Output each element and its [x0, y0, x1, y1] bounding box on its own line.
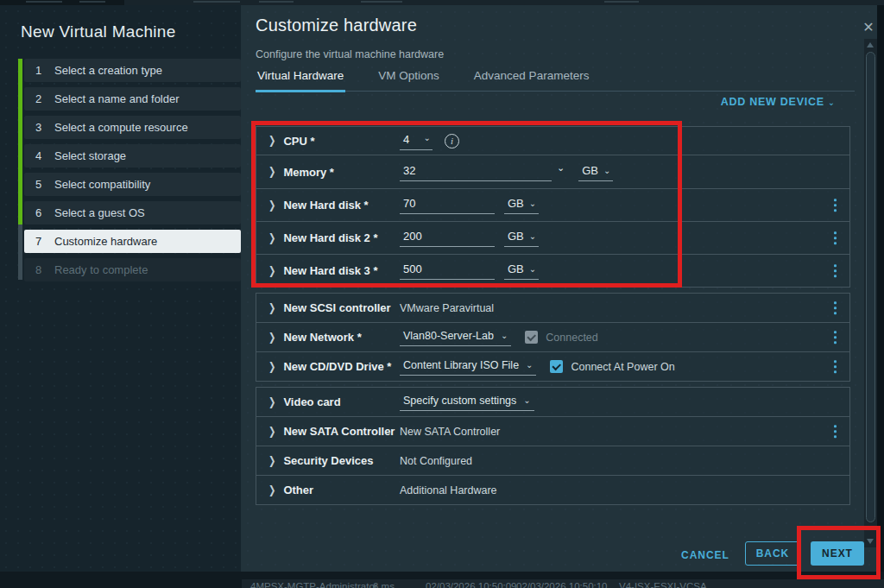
device-value-group: New SATA Controller: [400, 426, 849, 438]
wizard-step-select-a-creation-type[interactable]: 1Select a creation type: [24, 59, 241, 82]
unit-select[interactable]: GB⌄: [504, 262, 539, 280]
chevron-down-icon[interactable]: ⌄: [557, 162, 565, 174]
device-label: Memory *: [283, 166, 334, 179]
new-network-select[interactable]: Vlan80-Server-Lab⌄: [400, 329, 511, 346]
new-hard-disk-2-input[interactable]: 200: [400, 229, 495, 247]
add-new-device-button[interactable]: ADD NEW DEVICE⌄: [721, 96, 836, 108]
checkbox-group: Connect At Power On: [550, 360, 674, 373]
background-task-text: 02/03/2026 10:50:10: [516, 581, 608, 588]
expand-chevron-icon[interactable]: ❯: [268, 232, 275, 243]
unit-select[interactable]: GB⌄: [504, 196, 539, 214]
selected-value: Vlan80-Server-Lab: [403, 330, 494, 342]
device-label: New Hard disk *: [283, 199, 368, 212]
background-text-remnant: [79, 1, 105, 3]
wizard-step-select-a-name-and-folder[interactable]: 2Select a name and folder: [24, 87, 241, 111]
wizard-footer: CANCEL BACK NEXT: [241, 540, 877, 567]
wizard-step-select-compatibility[interactable]: 5Select compatibility: [24, 173, 241, 196]
row-actions-kebab-icon[interactable]: [831, 422, 840, 441]
step-number: 5: [35, 178, 54, 191]
row-actions-kebab-icon[interactable]: [831, 328, 840, 347]
wizard-progress-bar: [18, 59, 22, 280]
step-label: Select storage: [54, 149, 126, 162]
info-icon[interactable]: i: [445, 134, 459, 149]
cpu-select[interactable]: 4⌄: [400, 132, 433, 150]
wizard-steps-list: 1Select a creation type2Select a name an…: [24, 59, 241, 287]
selected-value: 4: [403, 133, 409, 146]
expand-chevron-icon[interactable]: ❯: [268, 396, 275, 408]
expand-chevron-icon[interactable]: ❯: [268, 302, 275, 313]
wizard-step-select-a-guest-os[interactable]: 6Select a guest OS: [24, 201, 241, 224]
step-label: Ready to complete: [54, 263, 148, 276]
tab-advanced-parameters[interactable]: Advanced Parameters: [472, 69, 591, 91]
row-actions-kebab-icon[interactable]: [831, 299, 840, 318]
close-icon[interactable]: ✕: [859, 17, 878, 36]
device-value-group: 500GB⌄: [400, 262, 849, 280]
hardware-row-cpu: ❯CPU *4⌄i: [256, 126, 850, 155]
page-subtitle: Configure the virtual machine hardware: [256, 48, 444, 60]
expand-chevron-icon[interactable]: ❯: [268, 332, 275, 343]
wizard-step-customize-hardware[interactable]: 7Customize hardware: [24, 230, 241, 253]
expand-chevron-icon[interactable]: ❯: [268, 265, 275, 276]
row-actions-kebab-icon[interactable]: [831, 229, 840, 248]
hardware-row-new-hard-disk-3: ❯New Hard disk 3 *500GB⌄: [256, 254, 850, 288]
scroll-up-icon[interactable]: [867, 42, 874, 47]
device-summary-text: Additional Hardware: [400, 484, 497, 496]
step-number: 7: [35, 235, 54, 248]
background-text-remnant: [604, 1, 639, 3]
wizard-step-select-storage[interactable]: 4Select storage: [24, 144, 241, 168]
chevron-down-icon: ⌄: [424, 133, 431, 146]
row-actions-kebab-icon[interactable]: [831, 196, 840, 215]
step-label: Select a creation type: [54, 64, 162, 77]
chevron-down-icon: ⌄: [529, 264, 536, 274]
back-button[interactable]: BACK: [745, 541, 800, 566]
virtual-hardware-table: ❯CPU *4⌄i❯Memory *32⌄GB⌄❯New Hard disk *…: [256, 126, 850, 505]
hardware-row-memory: ❯Memory *32⌄GB⌄: [256, 155, 850, 189]
row-label-group: ❯New CD/DVD Drive *: [268, 360, 400, 373]
device-summary-text: New SATA Controller: [400, 426, 500, 438]
expand-chevron-icon[interactable]: ❯: [268, 361, 275, 372]
tab-vm-options[interactable]: VM Options: [376, 69, 441, 91]
video-card-select[interactable]: Specify custom settings⌄: [400, 394, 534, 411]
row-actions-kebab-icon[interactable]: [831, 357, 840, 376]
scrollbar-thumb[interactable]: [866, 52, 875, 522]
new-vm-wizard-dialog: New Virtual Machine 1Select a creation t…: [0, 5, 877, 572]
page-title: Customize hardware: [256, 16, 417, 35]
step-label: Select a name and folder: [54, 92, 180, 105]
vertical-scrollbar[interactable]: [864, 39, 877, 547]
expand-chevron-icon[interactable]: ❯: [268, 136, 275, 147]
device-label: New Hard disk 3 *: [283, 264, 377, 277]
scroll-down-icon[interactable]: [867, 539, 874, 544]
row-actions-kebab-icon[interactable]: [831, 262, 840, 281]
new-cd-dvd-drive-select[interactable]: Content Library ISO File⌄: [400, 358, 536, 376]
expand-chevron-icon[interactable]: ❯: [268, 199, 275, 211]
expand-chevron-icon[interactable]: ❯: [268, 167, 275, 178]
expand-chevron-icon[interactable]: ❯: [268, 426, 275, 437]
progress-completed-segment: [18, 59, 22, 224]
device-value-group: Specify custom settings⌄: [400, 394, 849, 411]
device-value-group: Vlan80-Server-Lab⌄Connected: [400, 329, 849, 346]
memory-input[interactable]: 32: [400, 163, 552, 181]
wizard-step-ready-to-complete: 8Ready to complete: [24, 258, 241, 281]
chevron-down-icon: ⌄: [529, 231, 536, 241]
background-text-remnant: [361, 1, 402, 3]
background-text-remnant: [193, 1, 240, 3]
tab-virtual-hardware[interactable]: Virtual Hardware: [256, 69, 345, 92]
device-label: New Hard disk 2 *: [283, 231, 377, 244]
device-value-group: Additional Hardware: [400, 484, 849, 496]
expand-chevron-icon[interactable]: ❯: [268, 484, 275, 496]
device-value-group: 70GB⌄: [400, 196, 849, 214]
new-hard-disk-3-input[interactable]: 500: [400, 262, 495, 280]
new-hard-disk-input[interactable]: 70: [400, 196, 495, 214]
hardware-row-security-devices: ❯Security DevicesNot Configured: [256, 446, 850, 476]
unit-select[interactable]: GB⌄: [504, 229, 539, 247]
step-number: 4: [35, 149, 54, 162]
next-button[interactable]: NEXT: [811, 541, 864, 566]
new-cd-dvd-drive-checkbox[interactable]: [550, 360, 563, 373]
wizard-step-select-a-compute-resource[interactable]: 3Select a compute resource: [24, 116, 241, 139]
cancel-button[interactable]: CANCEL: [679, 543, 731, 567]
row-label-group: ❯New Hard disk 2 *: [268, 231, 400, 244]
row-label-group: ❯Security Devices: [268, 454, 400, 467]
unit-select[interactable]: GB⌄: [578, 163, 613, 181]
device-summary-text: VMware Paravirtual: [400, 302, 494, 314]
expand-chevron-icon[interactable]: ❯: [268, 455, 275, 466]
